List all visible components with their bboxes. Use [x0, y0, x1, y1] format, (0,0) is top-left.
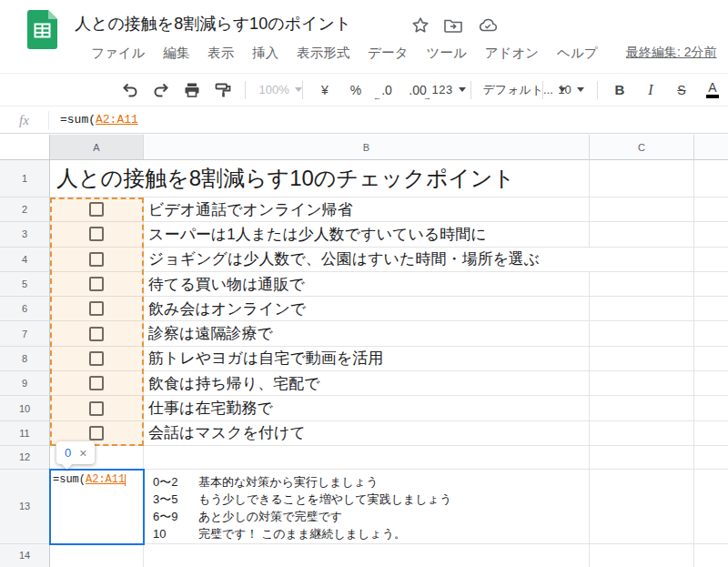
cell-a14[interactable]: [50, 544, 144, 567]
checklist-item-cell[interactable]: 診察は遠隔診療で: [144, 321, 590, 346]
sheets-logo-icon[interactable]: [27, 10, 57, 49]
cell[interactable]: [590, 421, 694, 446]
menu-edit[interactable]: 編集: [154, 43, 198, 64]
checklist-item-cell[interactable]: 筋トレやヨガは自宅で動画を活用: [144, 347, 590, 371]
last-edit-link[interactable]: 最終編集: 2分前: [626, 45, 717, 61]
menu-help[interactable]: ヘルプ: [548, 43, 607, 64]
checkbox-cell[interactable]: [50, 222, 144, 247]
cell[interactable]: [694, 321, 728, 346]
checklist-item-cell[interactable]: 飲み会はオンラインで: [144, 297, 590, 321]
cell[interactable]: [694, 297, 728, 321]
italic-button[interactable]: I: [639, 78, 662, 102]
checkbox-unchecked[interactable]: [89, 376, 104, 390]
print-button[interactable]: [180, 78, 204, 102]
cell[interactable]: [694, 272, 728, 297]
checkbox-unchecked[interactable]: [89, 252, 104, 267]
cell[interactable]: [694, 421, 728, 446]
font-select[interactable]: デフォルト...: [481, 78, 532, 102]
cell-b12[interactable]: [144, 446, 590, 470]
close-icon[interactable]: ×: [79, 446, 86, 461]
row-header[interactable]: 8: [0, 347, 50, 371]
row-header[interactable]: 7: [0, 321, 50, 346]
move-to-folder-icon[interactable]: [443, 16, 463, 35]
row-header-13[interactable]: 13: [0, 470, 50, 544]
checkbox-unchecked[interactable]: [89, 227, 104, 241]
strikethrough-button[interactable]: S: [670, 78, 693, 102]
checklist-item-cell[interactable]: 仕事は在宅勤務で: [144, 396, 590, 420]
column-header-b[interactable]: B: [144, 135, 590, 160]
cell[interactable]: [590, 321, 694, 346]
redo-button[interactable]: [149, 78, 173, 102]
more-formats-button[interactable]: 123: [437, 78, 460, 102]
checkbox-unchecked[interactable]: [89, 277, 104, 291]
row-header[interactable]: 6: [0, 297, 50, 321]
cell[interactable]: [590, 371, 694, 396]
row-header[interactable]: 9: [0, 371, 50, 396]
checklist-item-cell[interactable]: スーパーは1人または少人数ですいている時間に: [144, 222, 590, 247]
cell[interactable]: [694, 371, 728, 396]
undo-button[interactable]: [118, 78, 142, 102]
cell[interactable]: [590, 197, 694, 222]
cell-c14[interactable]: [590, 544, 694, 567]
cell-d1[interactable]: [694, 160, 728, 197]
cell[interactable]: [590, 272, 694, 297]
star-icon[interactable]: [411, 16, 430, 35]
checkbox-cell[interactable]: [50, 272, 144, 297]
cell[interactable]: [694, 222, 728, 247]
row-header[interactable]: 3: [0, 222, 50, 247]
cell-b13[interactable]: 0〜2基本的な対策から実行しましょう 3〜5もう少しできることを増やして実践しま…: [144, 470, 590, 544]
increase-decimal-button[interactable]: .00 →: [406, 78, 430, 102]
cell[interactable]: [590, 248, 694, 272]
cell-a1-title[interactable]: 人との接触を8割減らす10のチェックポイント: [50, 160, 590, 197]
format-percent-button[interactable]: %: [344, 78, 368, 102]
checkbox-cell[interactable]: [50, 248, 144, 272]
cell[interactable]: [590, 297, 694, 321]
checkbox-unchecked[interactable]: [89, 401, 104, 416]
checkbox-cell[interactable]: [50, 321, 144, 346]
bold-button[interactable]: B: [608, 78, 632, 102]
select-all-corner[interactable]: [0, 135, 50, 160]
cell-d13[interactable]: [694, 470, 728, 544]
formula-input[interactable]: =sum(A2:A11: [49, 113, 138, 127]
menu-addons[interactable]: アドオン: [476, 43, 548, 64]
paint-format-button[interactable]: [211, 78, 235, 102]
row-header[interactable]: 10: [0, 396, 50, 420]
active-cell-editor[interactable]: =sum(A2:A11: [49, 469, 145, 545]
cell-d14[interactable]: [694, 544, 728, 567]
cell-c13[interactable]: [590, 470, 694, 544]
column-header-c[interactable]: C: [590, 135, 694, 160]
cell[interactable]: [694, 248, 728, 272]
cloud-saved-icon[interactable]: [477, 16, 499, 35]
checkbox-cell[interactable]: [50, 297, 144, 321]
cell[interactable]: [694, 396, 728, 420]
cell-b14[interactable]: [144, 544, 590, 567]
row-header-14[interactable]: 14: [0, 544, 50, 567]
checkbox-unchecked[interactable]: [89, 351, 104, 366]
menu-insert[interactable]: 挿入: [243, 43, 288, 64]
row-header[interactable]: 4: [0, 248, 50, 272]
decrease-decimal-button[interactable]: .0 ←: [375, 78, 399, 102]
menu-file[interactable]: ファイル: [82, 43, 154, 64]
row-header[interactable]: 5: [0, 272, 50, 297]
format-currency-button[interactable]: ¥: [313, 78, 337, 102]
cell[interactable]: [590, 347, 694, 371]
font-size-select[interactable]: 10: [552, 78, 587, 102]
cell[interactable]: [590, 222, 694, 247]
zoom-select[interactable]: 100%: [256, 78, 293, 102]
checklist-item-cell[interactable]: 会話はマスクを付けて: [144, 421, 590, 446]
checklist-item-cell[interactable]: 飲食は持ち帰り、宅配で: [144, 371, 590, 396]
document-title[interactable]: 人との接触を8割減らす10のポイント: [75, 13, 351, 35]
checkbox-cell[interactable]: [50, 371, 144, 396]
cell-d12[interactable]: [694, 446, 728, 470]
cell-c1[interactable]: [590, 160, 694, 197]
checkbox-unchecked[interactable]: [89, 327, 104, 341]
column-header-d[interactable]: [694, 135, 728, 160]
cell[interactable]: [590, 396, 694, 420]
checkbox-unchecked[interactable]: [89, 426, 104, 440]
menu-format[interactable]: 表示形式: [288, 43, 359, 64]
checkbox-cell[interactable]: [50, 197, 144, 222]
checkbox-unchecked[interactable]: [89, 301, 104, 316]
cell[interactable]: [694, 347, 728, 371]
menu-tools[interactable]: ツール: [418, 43, 476, 64]
checklist-item-cell[interactable]: 待てる買い物は通販で: [144, 272, 590, 297]
